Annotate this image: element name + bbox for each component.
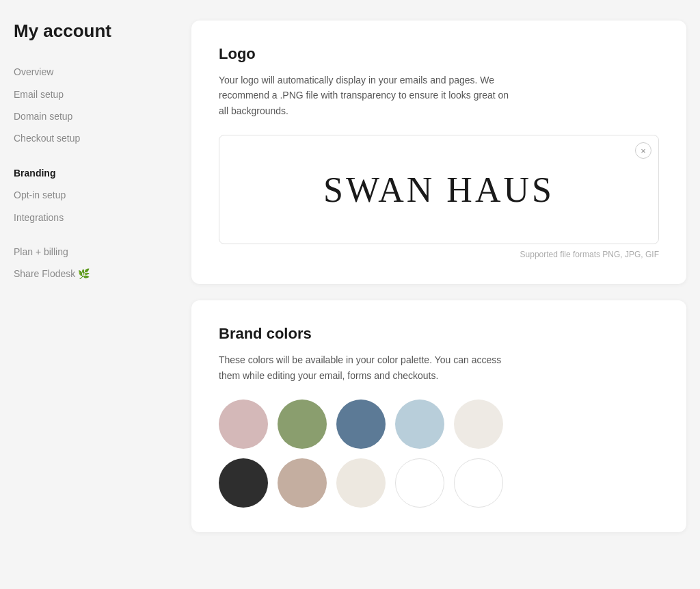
colors-grid [219,400,659,508]
colors-row-2 [219,458,659,508]
sidebar-item-email-setup[interactable]: Email setup [14,83,164,105]
color-swatch-4[interactable] [395,400,444,449]
logo-card-description: Your logo will automatically display in … [219,73,513,118]
sidebar-nav: Overview Email setup Domain setup Checko… [14,61,164,298]
page-title: My account [14,21,164,42]
nav-group-2: Branding Opt-in setup Integrations [14,162,164,228]
logo-formats-text: Supported file formats PNG, JPG, GIF [219,250,659,259]
page-wrapper: My account Overview Email setup Domain s… [0,0,700,589]
sidebar-item-plan-billing[interactable]: Plan + billing [14,241,164,263]
logo-upload-area[interactable]: × SWAN HAUS [219,135,659,244]
sidebar-item-opt-in-setup[interactable]: Opt-in setup [14,184,164,206]
color-swatch-3[interactable] [336,400,386,449]
sidebar: My account Overview Email setup Domain s… [14,21,164,568]
color-swatch-10[interactable] [454,458,503,508]
sidebar-item-share-flodesk[interactable]: Share Flodesk 🌿 [14,263,164,285]
logo-card-title: Logo [219,45,659,63]
main-content: Logo Your logo will automatically displa… [191,21,686,568]
logo-image: SWAN HAUS [310,156,568,224]
color-swatch-7[interactable] [278,458,327,508]
color-swatch-9[interactable] [395,458,444,508]
sidebar-item-domain-setup[interactable]: Domain setup [14,105,164,127]
color-swatch-8[interactable] [336,458,386,508]
brand-colors-card: Brand colors These colors will be availa… [191,300,686,532]
logo-card: Logo Your logo will automatically displa… [191,21,686,284]
sidebar-item-overview[interactable]: Overview [14,61,164,83]
sidebar-item-branding[interactable]: Branding [14,162,164,184]
sidebar-item-checkout-setup[interactable]: Checkout setup [14,127,164,149]
nav-group-1: Overview Email setup Domain setup Checko… [14,61,164,150]
brand-colors-description: These colors will be available in your c… [219,352,513,383]
logo-close-button[interactable]: × [635,142,651,159]
color-swatch-5[interactable] [454,400,503,449]
brand-colors-title: Brand colors [219,325,659,343]
color-swatch-6[interactable] [219,458,268,508]
nav-group-3: Plan + billing Share Flodesk 🌿 [14,241,164,285]
colors-row-1 [219,400,659,449]
sidebar-item-integrations[interactable]: Integrations [14,207,164,228]
color-swatch-2[interactable] [278,400,327,449]
color-swatch-1[interactable] [219,400,268,449]
